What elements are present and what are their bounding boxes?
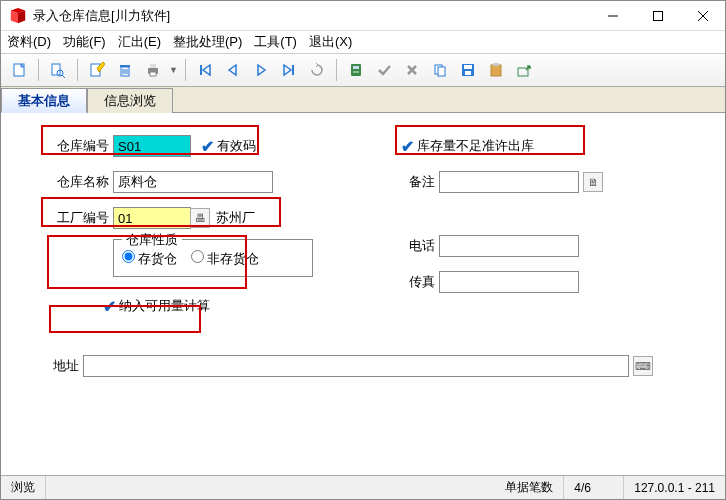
menu-function[interactable]: 功能(F) (63, 33, 106, 51)
status-host: 127.0.0.1 - 211 (624, 476, 725, 499)
check-icon[interactable]: ✔ (103, 297, 116, 316)
menu-batch[interactable]: 整批处理(P) (173, 33, 242, 51)
svg-rect-16 (150, 72, 156, 76)
menu-exit[interactable]: 退出(X) (309, 33, 352, 51)
svg-rect-10 (120, 65, 130, 67)
fieldset-nature: 仓库性质 存货仓 非存货仓 (113, 239, 313, 277)
label-code: 仓库编号 (45, 137, 109, 155)
svg-rect-20 (353, 66, 359, 69)
calc-icon[interactable] (344, 58, 368, 82)
radio-nonstock[interactable]: 非存货仓 (191, 250, 259, 268)
app-icon (9, 7, 27, 25)
print-icon[interactable] (141, 58, 165, 82)
svg-rect-15 (150, 64, 156, 68)
status-count-value: 4/6 (564, 476, 624, 499)
svg-rect-32 (493, 63, 499, 66)
window-title: 录入仓库信息[川力软件] (33, 7, 590, 25)
checkbox-include-calc[interactable]: 纳入可用量计算 (119, 297, 210, 315)
form-panel: 仓库编号 ✔ 有效码 仓库名称 工厂编号 🖶 苏州厂 仓库性质 存货仓 非存货仓… (1, 113, 725, 453)
input-phone[interactable] (439, 235, 579, 257)
refresh-icon[interactable] (305, 58, 329, 82)
svg-rect-1 (653, 11, 662, 20)
status-count-label: 单据笔数 (495, 476, 564, 499)
legend-nature: 仓库性质 (122, 231, 182, 249)
svg-rect-29 (464, 65, 472, 69)
check-icon[interactable]: ✔ (201, 137, 214, 156)
svg-rect-27 (438, 67, 445, 76)
tab-basic-info[interactable]: 基本信息 (1, 88, 87, 113)
label-factory: 工厂编号 (45, 209, 109, 227)
new-icon[interactable] (7, 58, 31, 82)
check-icon[interactable]: ✔ (401, 137, 414, 156)
last-icon[interactable] (277, 58, 301, 82)
input-addr[interactable] (83, 355, 629, 377)
input-code[interactable] (113, 135, 191, 157)
tab-browse-info[interactable]: 信息浏览 (87, 88, 173, 113)
svg-point-21 (353, 71, 355, 73)
lookup-remark-icon[interactable]: 🗎 (583, 172, 603, 192)
input-factory[interactable] (113, 207, 191, 229)
tab-strip: 基本信息 信息浏览 (1, 87, 725, 113)
menu-tools[interactable]: 工具(T) (254, 33, 297, 51)
radio-stock[interactable]: 存货仓 (122, 250, 177, 268)
input-remark[interactable] (439, 171, 579, 193)
svg-point-22 (355, 71, 357, 73)
label-phone: 电话 (401, 237, 435, 255)
export-icon[interactable] (512, 58, 536, 82)
label-addr: 地址 (39, 357, 79, 375)
svg-point-23 (357, 71, 359, 73)
minimize-button[interactable] (590, 1, 635, 30)
label-fax: 传真 (401, 273, 435, 291)
copy-icon[interactable] (428, 58, 452, 82)
maximize-button[interactable] (635, 1, 680, 30)
preview-icon[interactable] (46, 58, 70, 82)
clipboard-icon[interactable] (484, 58, 508, 82)
first-icon[interactable] (193, 58, 217, 82)
svg-rect-30 (465, 71, 471, 75)
save-icon[interactable] (456, 58, 480, 82)
toolbar: ▼ (1, 53, 725, 87)
confirm-icon[interactable] (372, 58, 396, 82)
cancel-icon[interactable] (400, 58, 424, 82)
svg-rect-19 (351, 64, 361, 76)
input-name[interactable] (113, 171, 273, 193)
checkbox-shortage-allow[interactable]: 库存量不足准许出库 (417, 137, 534, 155)
factory-name-text: 苏州厂 (216, 209, 255, 227)
menu-bar: 资料(D) 功能(F) 汇出(E) 整批处理(P) 工具(T) 退出(X) (1, 31, 725, 53)
next-icon[interactable] (249, 58, 273, 82)
label-remark: 备注 (401, 173, 435, 191)
menu-export[interactable]: 汇出(E) (118, 33, 161, 51)
status-bar: 浏览 单据笔数 4/6 127.0.0.1 - 211 (1, 475, 725, 499)
svg-line-7 (62, 75, 65, 78)
menu-data[interactable]: 资料(D) (7, 33, 51, 51)
keyboard-icon[interactable]: ⌨ (633, 356, 653, 376)
input-fax[interactable] (439, 271, 579, 293)
delete-icon[interactable] (113, 58, 137, 82)
close-button[interactable] (680, 1, 725, 30)
checkbox-valid-code[interactable]: 有效码 (217, 137, 256, 155)
prev-icon[interactable] (221, 58, 245, 82)
lookup-factory-icon[interactable]: 🖶 (190, 208, 210, 228)
status-mode: 浏览 (1, 476, 46, 499)
label-name: 仓库名称 (45, 173, 109, 191)
svg-rect-31 (491, 65, 501, 76)
edit-icon[interactable] (85, 58, 109, 82)
svg-rect-5 (52, 64, 60, 75)
